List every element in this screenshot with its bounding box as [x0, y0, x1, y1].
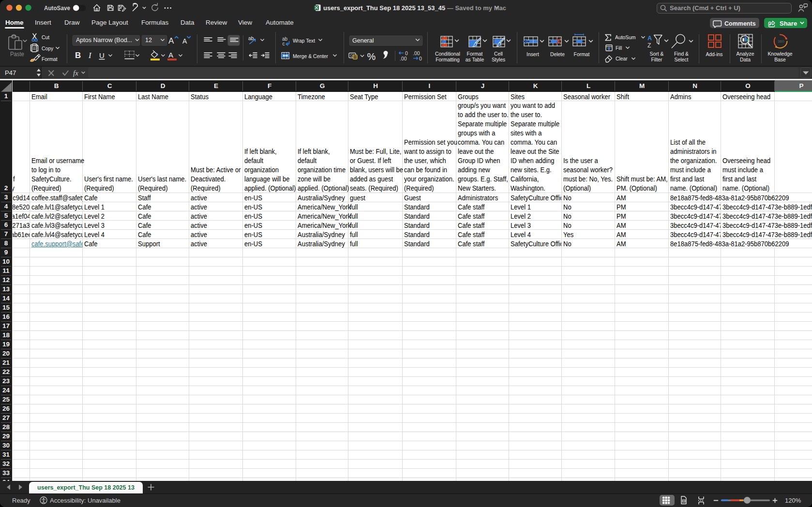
svg-text:360: 360 [778, 39, 784, 44]
svg-text:A: A [182, 37, 187, 45]
svg-text:ab: ab [282, 36, 288, 42]
svg-text:%: % [367, 51, 376, 62]
svg-text:I: I [88, 51, 92, 60]
svg-text:A: A [168, 36, 174, 45]
svg-text:A: A [168, 51, 173, 59]
svg-text:ab: ab [248, 35, 254, 41]
svg-text:B: B [75, 51, 81, 60]
svg-text:Z: Z [647, 42, 651, 49]
svg-text:0: 0 [419, 56, 422, 61]
svg-text:A: A [647, 35, 652, 42]
svg-text:C(: C( [350, 54, 354, 58]
svg-text:0: 0 [405, 50, 408, 56]
svg-text:U: U [99, 51, 105, 60]
svg-text:.00: .00 [400, 56, 407, 61]
svg-text:.00: .00 [413, 50, 420, 56]
svg-text:c: c [283, 41, 285, 46]
